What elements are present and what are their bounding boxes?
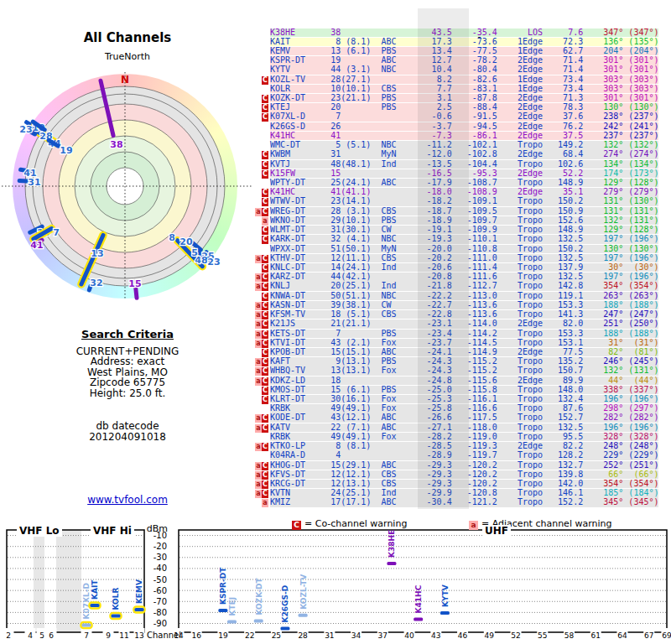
co-channel-warning-icon: C bbox=[262, 95, 268, 103]
co-channel-warning-icon: C bbox=[262, 443, 268, 451]
co-channel-warning-icon: C bbox=[262, 255, 268, 263]
channel-axis-label: Channel bbox=[147, 631, 181, 640]
table-row: aCKAFT9(13.1)PBS-24.3-115.2Tropo135.2246… bbox=[270, 357, 658, 366]
signal-bar-callsign: KOZK-DT bbox=[255, 577, 263, 615]
co-channel-warning-icon: C bbox=[262, 104, 268, 112]
channel-tick-label: 16 bbox=[191, 631, 201, 640]
table-row: KSPR-DT19ABC12.7-78.22Edge71.4301°(301°) bbox=[270, 56, 658, 65]
signal-bar-callsign: KEMV bbox=[136, 579, 144, 604]
frequency-gap-band bbox=[56, 530, 81, 632]
table-row: aCKASN-DT39(38.1)CW-22.7-113.6Tropo153.3… bbox=[270, 301, 658, 309]
radar-channel-label: 38 bbox=[110, 139, 122, 150]
table-row: KYTV44(3.1)NBC10.4-80.42Edge71.4301°(301… bbox=[270, 65, 658, 74]
warning-markers: aC bbox=[252, 366, 268, 376]
table-row: KEMV13(6.1)PBS13.4-77.51Edge62.7204°(204… bbox=[270, 47, 658, 55]
radar-channel-label: 31 bbox=[28, 177, 40, 188]
co-channel-warning-icon: C bbox=[262, 311, 268, 319]
co-channel-warning-icon: C bbox=[262, 264, 268, 273]
db-datecode-value: 201204091018 bbox=[0, 432, 255, 443]
uhf-label: UHF bbox=[482, 525, 511, 537]
table-row: aCKFVS-DT12(12.1)CBS-29.3-120.2Tropo139.… bbox=[270, 470, 658, 479]
dbm-tick-label: -30 bbox=[153, 553, 167, 562]
warning-markers: C bbox=[252, 94, 268, 103]
signal-bar-callsign: KAIT bbox=[91, 579, 100, 600]
co-channel-warning-icon: C bbox=[262, 113, 268, 122]
warning-markers: C bbox=[252, 235, 268, 244]
co-channel-warning-icon: C bbox=[262, 226, 268, 235]
co-channel-warning-icon: C bbox=[262, 480, 268, 489]
search-address-type: Address: exact bbox=[0, 356, 255, 366]
adjacent-channel-warning-icon: a bbox=[255, 424, 262, 433]
table-row: aCKNLJ20(25.1)Ind-21.8-112.7Tropo142.835… bbox=[270, 282, 658, 290]
adjacent-channel-warning-icon: a bbox=[255, 330, 262, 339]
signal-bar-callsign: KTEJ bbox=[228, 597, 237, 616]
warning-markers: aC bbox=[252, 339, 268, 348]
radar-channel-label: 20 bbox=[179, 236, 193, 247]
channel-tick-label: 22 bbox=[245, 631, 254, 640]
warning-markers: aC bbox=[252, 273, 268, 282]
dbm-axis-label: dBm bbox=[144, 523, 168, 534]
table-row: aCKTKO-LP8(8.1)-28.5-119.32Edge82.2248°(… bbox=[270, 442, 658, 450]
adjacent-channel-warning-icon: a bbox=[255, 358, 262, 366]
co-channel-warning-icon: C bbox=[262, 161, 268, 169]
warning-markers: aC bbox=[252, 207, 268, 216]
co-channel-warning-icon: C bbox=[262, 490, 268, 498]
table-row: CKMOS-DT15(6.1)PBS-25.0-115.8Tropo148.03… bbox=[270, 386, 658, 394]
dbm-tick-label: -70 bbox=[153, 597, 167, 606]
warning-markers: C bbox=[252, 386, 268, 395]
table-row: CWTWV-DT23(14.1)-18.2-109.1Tropo150.2131… bbox=[270, 197, 658, 205]
warning-markers: aC bbox=[252, 282, 268, 291]
radar-channel-label: 32 bbox=[90, 278, 102, 288]
table-row: aCKHOG-DT15(29.1)ABC-29.3-120.2Tropo132.… bbox=[270, 461, 658, 470]
adjacent-channel-warning-icon: a bbox=[255, 462, 262, 470]
co-channel-warning-icon: C bbox=[262, 340, 268, 348]
co-channel-warning-icon: C bbox=[262, 330, 268, 339]
frequency-gap-band bbox=[34, 530, 44, 632]
signal-bar bbox=[112, 614, 121, 617]
table-row: K38HE3843.5-35.4LOS7.6347°(347°) bbox=[270, 29, 658, 37]
adjacent-channel-warning-icon: a bbox=[255, 208, 262, 216]
tvfool-link[interactable]: www.tvfool.com bbox=[0, 494, 255, 506]
table-row: CKOZL-TV28(27.1)8.2-82.61Edge73.4303°(30… bbox=[270, 75, 658, 84]
co-channel-warning-icon: C bbox=[262, 302, 268, 310]
co-channel-warning-icon: C bbox=[262, 377, 268, 386]
table-row: CWLMT-DT31(30.1)CW-19.1-109.9Tropo148.91… bbox=[270, 226, 658, 234]
warning-markers: aC bbox=[252, 442, 268, 451]
channel-tick-label: 34 bbox=[351, 631, 362, 640]
radar-channel-label: 41 bbox=[30, 240, 43, 251]
table-row: aCKTVI-DT43(2.1)Fox-23.7-114.5Tropo153.1… bbox=[270, 339, 658, 347]
adjacent-channel-warning-icon: a bbox=[255, 283, 262, 291]
table-row: WMC-DT5(5.1)NBC-11.2-102.1Tropo149.2132°… bbox=[270, 141, 658, 149]
table-row: aCKATV22(7.1)ABC-27.1-118.0Tropo132.5196… bbox=[270, 423, 658, 432]
warning-markers: C bbox=[252, 160, 268, 169]
adjacent-channel-warning-icon: a bbox=[255, 273, 262, 282]
table-row: K04RA-D4-28.9-119.7Tropo128.2229°(229°) bbox=[270, 451, 658, 460]
signal-bar bbox=[218, 609, 227, 612]
search-criteria-heading: Search Criteria bbox=[0, 328, 255, 340]
radar-channel-label: 23 bbox=[207, 257, 220, 267]
search-height: Height: 25.0 ft. bbox=[0, 388, 255, 398]
warning-markers: C bbox=[252, 112, 268, 122]
adjacent-channel-warning-icon: a bbox=[469, 521, 478, 530]
table-row: aCK21JS21(21.1)-23.1-114.02Edge82.0251°(… bbox=[270, 319, 658, 328]
table-row: CKNLC-DT14(24.1)Ind-20.6-111.4Tropo137.9… bbox=[270, 263, 658, 272]
warning-markers: aC bbox=[252, 254, 268, 263]
vhf-highlight-outline bbox=[81, 622, 92, 628]
radar-channel-label: 23 bbox=[19, 124, 32, 135]
channel-tick-label: 25 bbox=[272, 631, 281, 640]
co-channel-warning-icon: C bbox=[292, 521, 301, 530]
dbm-tick-label: -20 bbox=[153, 542, 167, 551]
adjacent-channel-warning-icon: a bbox=[255, 311, 262, 319]
table-row: KAIT8(8.1)ABC17.3-73.61Edge72.3136°(135°… bbox=[270, 38, 658, 46]
co-channel-warning-icon: C bbox=[262, 198, 268, 206]
channel-tick-label: 69 bbox=[662, 631, 671, 640]
channel-tick-label: 13 bbox=[134, 631, 143, 640]
db-datecode: db datecode 201204091018 bbox=[0, 421, 255, 443]
channel-tick-label: 6 bbox=[49, 631, 54, 640]
adjacent-channel-warning-icon: a bbox=[255, 480, 262, 489]
vhf-hi-label: VHF Hi bbox=[91, 525, 134, 537]
channel-table: K38HE3843.5-35.4LOS7.6347°(347°)KAIT8(8.… bbox=[270, 29, 658, 508]
search-zipcode: Zipcode 65775 bbox=[0, 377, 255, 387]
co-channel-warning-icon: C bbox=[262, 367, 268, 376]
table-row: CKTEJ20PBS2.5-88.42Edge78.3130°(130°) bbox=[270, 103, 658, 112]
